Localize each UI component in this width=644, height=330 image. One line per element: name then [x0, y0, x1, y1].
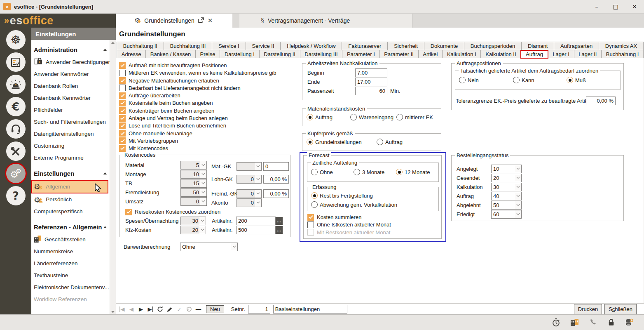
radio-option-grundeinstellungen[interactable]: Grundeinstellungen	[307, 139, 377, 145]
tab-buchhaltung-i[interactable]: Buchhaltung I	[601, 50, 644, 59]
tab-service-ii[interactable]: Service II	[246, 42, 281, 50]
collapse-arrow-icon[interactable]	[103, 226, 107, 228]
delete-minus-icon[interactable]: —	[195, 306, 201, 313]
chevron-down-icon[interactable]	[255, 175, 261, 183]
tools-icon[interactable]	[6, 141, 26, 161]
scroll-up-icon[interactable]	[111, 42, 115, 44]
spesen-dropdown[interactable]: 30	[180, 217, 206, 225]
lohn-gk-input[interactable]: 0,00 %	[263, 175, 289, 184]
checked-checkbox-icon[interactable]	[307, 214, 314, 221]
chevron-down-icon[interactable]	[199, 226, 206, 234]
menu-section-title[interactable]: Administration	[31, 43, 110, 56]
montage-dropdown[interactable]: 10	[180, 170, 207, 179]
tab-dokumente[interactable]: Dokumente	[424, 42, 464, 50]
close-button[interactable]: ✕	[625, 0, 644, 13]
checkbox-row[interactable]: Kostenträger beim Buchen angeben	[119, 107, 297, 114]
chevron-down-icon[interactable]	[255, 199, 261, 207]
mat-gk-input[interactable]: 0	[263, 162, 289, 171]
sidebar-item-workflow-referenzen[interactable]: Workflow Referenzen	[31, 293, 110, 305]
tab-darstellung-i[interactable]: Darstellung I	[220, 50, 259, 59]
menu-section-title[interactable]: Referenzen - Allgemein	[31, 221, 110, 233]
radio-icon[interactable]	[513, 77, 520, 83]
unchecked-checkbox-icon[interactable]	[307, 222, 314, 228]
tab-auftragsarten[interactable]: Auftragsarten	[554, 42, 599, 50]
chevron-down-icon[interactable]	[255, 163, 261, 170]
radio-icon[interactable]	[311, 192, 318, 199]
checked-checkbox-icon[interactable]	[119, 77, 126, 84]
kalkulation-dropdown[interactable]: 30	[491, 183, 522, 191]
chevron-down-icon[interactable]	[200, 179, 206, 187]
planner-icon[interactable]	[6, 52, 26, 72]
checked-checkbox-icon[interactable]	[119, 145, 126, 152]
chevron-down-icon[interactable]	[515, 210, 521, 218]
angelegt-dropdown[interactable]: 10	[491, 165, 522, 173]
sidebar-item-anwender-kennwörter[interactable]: Anwender Kennwörter	[31, 68, 110, 80]
chevron-down-icon[interactable]	[515, 183, 521, 191]
chevron-down-icon[interactable]	[200, 161, 206, 169]
open-external-icon[interactable]	[198, 17, 204, 24]
radio-icon[interactable]	[311, 169, 318, 175]
checked-checkbox-icon[interactable]	[119, 115, 126, 122]
tab-service-i[interactable]: Service I	[212, 42, 246, 50]
toleranzgrenze-input[interactable]: 0,00 %	[586, 97, 616, 105]
gesendet-dropdown[interactable]: 20	[491, 174, 522, 182]
tab-artikel[interactable]: Artikel	[418, 50, 443, 59]
checkbox-row[interactable]: Lose und Titel beim Buchen übernehmen	[119, 122, 297, 129]
chevron-down-icon[interactable]	[200, 170, 206, 178]
barwertberechnung-dropdown[interactable]: Ohne	[180, 243, 238, 251]
akonto-dropdown[interactable]: 0	[237, 198, 262, 207]
checkbox-row[interactable]: Anlage und Vertrag beim Buchen anlegen	[119, 115, 297, 122]
tab-darstellung-iii[interactable]: Darstellung III	[300, 50, 343, 59]
lohn-gk-dropdown[interactable]: 0	[237, 175, 262, 184]
radio-option-kann[interactable]: Kann	[513, 77, 567, 83]
radio-icon[interactable]	[307, 114, 313, 120]
pausenzeit-input[interactable]: 60	[355, 87, 387, 95]
checkbox-row[interactable]: Mit Kostencodes	[119, 145, 297, 152]
umsatz-dropdown[interactable]: 0	[180, 197, 207, 206]
material-dropdown[interactable]: 5	[180, 161, 207, 170]
radio-option-muß[interactable]: Muß	[567, 77, 586, 83]
radio-icon[interactable]	[396, 114, 403, 120]
menu-scrollbar[interactable]	[110, 40, 116, 315]
tab-preise[interactable]: Preise	[195, 50, 220, 59]
checkbox-row[interactable]: Mit Restkosten aktueller Monat	[307, 229, 391, 236]
chevron-down-icon[interactable]	[200, 198, 206, 205]
collapse-arrow-icon[interactable]	[103, 49, 107, 51]
sidebar-item-such-und-filtereinstellungen[interactable]: Such- und Filtereinstellungen	[31, 116, 110, 128]
maximize-button[interactable]: □	[606, 0, 625, 13]
euro-icon[interactable]: €	[6, 97, 26, 116]
sidebar-item-datenbank-rollen[interactable]: Datenbank Rollen	[31, 80, 110, 92]
helm-icon[interactable]: ☸	[6, 30, 26, 50]
tab-diamant[interactable]: Diamant	[521, 42, 554, 50]
chevron-down-icon[interactable]	[515, 165, 521, 173]
spesen-artikel-lookup-button[interactable]: …	[276, 217, 283, 225]
tab-auftrag[interactable]: Auftrag	[520, 50, 548, 59]
sidebar-item-geschäftsstellen[interactable]: Geschäftsstellen	[31, 233, 110, 245]
nav-prev-icon[interactable]: ◀	[129, 306, 134, 313]
tab-helpdesk-workflow[interactable]: Helpdesk / Workflow	[280, 42, 342, 50]
tab-dynamics-ax[interactable]: Dynamics AX	[599, 42, 644, 50]
tab-parameter-ii[interactable]: Parameter II	[379, 50, 419, 59]
sidebar-item-pflichtfelder[interactable]: Pflichtfelder	[31, 104, 110, 116]
radio-option-auftrag[interactable]: Auftrag	[377, 139, 403, 145]
radio-option-wareneingang[interactable]: Wareneingang	[350, 114, 396, 120]
stopwatch-icon[interactable]	[552, 318, 560, 327]
checkbox-row[interactable]: Reisekosten Kostencodes zuordnen	[125, 208, 220, 215]
tab-fakturaserver[interactable]: Fakturaserver	[342, 42, 388, 50]
checkbox-row[interactable]: Kosten summieren	[307, 214, 391, 221]
checkbox-row[interactable]: Bedarfsart bei Lieferantenangebot nicht …	[119, 85, 297, 92]
edit-pencil-icon[interactable]	[167, 306, 173, 313]
tab-buchungsperioden[interactable]: Buchungsperioden	[464, 42, 522, 50]
ende-input[interactable]: 17:00	[355, 78, 387, 86]
minimize-button[interactable]: –	[587, 0, 606, 13]
chevron-down-icon[interactable]	[255, 190, 261, 198]
drucken-button[interactable]: Drucken	[574, 304, 602, 315]
document-tab-grundeinstellungen[interactable]: ⚙Grundeinstellungen✕	[116, 14, 232, 28]
radio-icon[interactable]	[350, 114, 357, 120]
database-icon[interactable]	[625, 318, 633, 327]
radio-icon[interactable]	[354, 169, 360, 175]
fremdleistung-dropdown[interactable]: 50	[180, 188, 207, 197]
set-name-input[interactable]: Basiseinstellungen	[273, 305, 347, 314]
beginn-input[interactable]: 7:00	[355, 68, 387, 77]
chevron-down-icon[interactable]	[515, 201, 521, 209]
